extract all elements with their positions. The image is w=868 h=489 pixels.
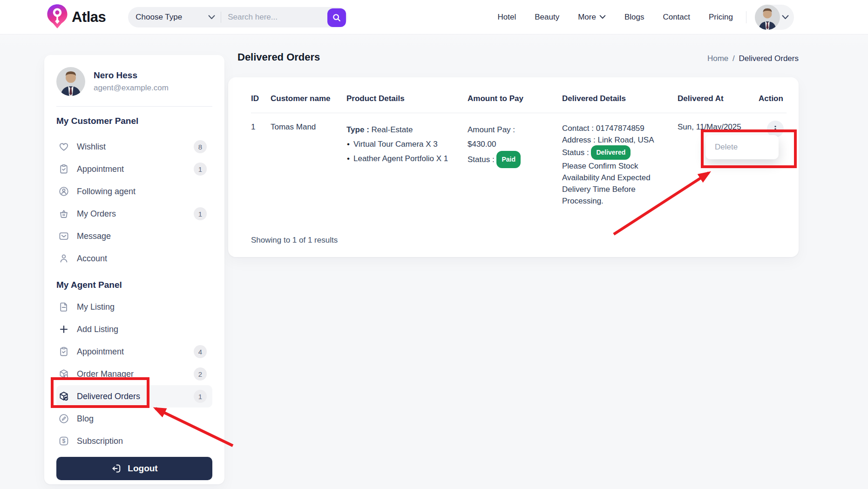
section-heading-agent-panel: My Agent Panel — [56, 280, 212, 290]
divider — [221, 12, 221, 23]
sidebar-item-order-manager[interactable]: Order Manager 2 — [56, 363, 212, 385]
logout-button[interactable]: Logout — [56, 457, 212, 480]
breadcrumb-current: Delivered Orders — [739, 54, 799, 63]
count-badge: 1 — [194, 207, 207, 220]
col-header-id: ID — [251, 94, 271, 103]
search-button[interactable] — [327, 8, 346, 27]
delete-menu-item[interactable]: Delete — [715, 143, 738, 152]
cell-delivered-details: Contact : 01747874859 Address : Link Roa… — [562, 122, 678, 207]
cell-id: 1 — [251, 122, 271, 207]
section-heading-customer-panel: My Customer Panel — [56, 116, 212, 126]
app-root: Atlas Choose Type Hotel Beauty More Blog… — [0, 0, 868, 489]
col-header-action: Action — [759, 94, 787, 103]
col-header-product: Product Details — [346, 94, 468, 103]
count-badge: 4 — [194, 345, 207, 358]
sidebar-item-following-agent[interactable]: Following agent — [56, 180, 212, 203]
user-menu[interactable] — [755, 5, 794, 30]
search-icon — [332, 13, 342, 23]
top-header: Atlas Choose Type Hotel Beauty More Blog… — [0, 0, 868, 34]
sidebar-item-my-listing[interactable]: My Listing — [56, 296, 212, 318]
delivery-note: Please Confirm Stock Availability And Ex… — [562, 160, 664, 207]
sidebar-item-wishlist[interactable]: Wishlist 8 — [56, 136, 212, 158]
avatar — [56, 67, 85, 96]
nav-more[interactable]: More — [578, 13, 606, 22]
status-badge-paid: Paid — [496, 151, 521, 168]
brand-name: Atlas — [72, 9, 106, 26]
dollar-icon: $ — [58, 435, 69, 447]
kebab-menu-icon — [771, 124, 780, 134]
sidebar-item-message[interactable]: Message — [56, 225, 212, 247]
clipboard-check-icon — [58, 163, 69, 175]
chevron-down-icon — [599, 15, 606, 19]
results-count: Showing to 1 of 1 results — [251, 236, 338, 245]
delivered-orders-table-card: ID Customer name Product Details Amount … — [228, 77, 799, 257]
clipboard-check-icon — [58, 346, 69, 357]
sidebar-item-subscription[interactable]: $ Subscription — [56, 430, 212, 452]
table-header-row: ID Customer name Product Details Amount … — [251, 94, 787, 103]
pencil-circle-icon — [58, 413, 69, 424]
svg-text:$: $ — [62, 438, 66, 444]
logout-icon — [111, 463, 122, 474]
basket-icon — [58, 208, 69, 219]
envelope-icon — [58, 231, 69, 242]
cell-amount: Amount Pay : $430.00 Status : Paid — [468, 122, 562, 207]
col-header-delivered-details: Delivered Details — [562, 94, 678, 103]
page-title: Delivered Orders — [237, 51, 320, 63]
atlas-logo-icon — [47, 4, 68, 31]
count-badge: 1 — [194, 163, 207, 176]
nav-beauty[interactable]: Beauty — [535, 13, 559, 22]
sidebar-item-appointment[interactable]: Appointment 1 — [56, 158, 212, 180]
user-icon — [58, 253, 69, 264]
document-icon — [58, 301, 69, 312]
breadcrumb-home-link[interactable]: Home — [707, 54, 728, 63]
nav-blogs[interactable]: Blogs — [624, 13, 644, 22]
sidebar-item-delivered-orders[interactable]: Delivered Orders 1 — [56, 385, 212, 408]
plus-icon — [58, 324, 69, 335]
col-header-delivered-at: Delivered At — [678, 94, 759, 103]
brand[interactable]: Atlas — [47, 4, 106, 31]
sidebar-item-add-listing[interactable]: Add Listing — [56, 318, 212, 340]
heart-icon — [58, 141, 69, 152]
sidebar-item-my-orders[interactable]: My Orders 1 — [56, 203, 212, 225]
user-name: Nero Hess — [94, 70, 169, 81]
breadcrumb: Home / Delivered Orders — [707, 54, 799, 63]
sidebar-item-appointment-agent[interactable]: Appointment 4 — [56, 340, 212, 363]
status-badge-delivered: Delivered — [591, 145, 631, 160]
user-circle-icon — [58, 186, 69, 197]
sidebar-profile: Nero Hess agent@example.com — [56, 67, 212, 96]
sidebar-item-blog[interactable]: Blog — [56, 408, 212, 430]
package-check-icon — [58, 391, 69, 402]
nav-pricing[interactable]: Pricing — [709, 13, 733, 22]
count-badge: 1 — [194, 390, 207, 403]
choose-type-dropdown[interactable]: Choose Type — [135, 13, 221, 22]
user-email: agent@example.com — [94, 83, 169, 93]
col-header-customer: Customer name — [271, 94, 346, 103]
chevron-down-icon — [208, 15, 215, 20]
main-nav: Hotel Beauty More Blogs Contact Pricing — [498, 13, 733, 22]
count-badge: 2 — [194, 367, 207, 380]
avatar — [755, 5, 780, 30]
row-action-menu: Delete — [705, 135, 779, 159]
chevron-down-icon — [782, 15, 789, 20]
cell-product-details: Type : Real-Estate Virtual Tour Camera X… — [346, 122, 468, 207]
divider — [746, 11, 746, 23]
nav-hotel[interactable]: Hotel — [498, 13, 516, 22]
table-row: 1 Tomas Mand Type : Real-Estate Virtual … — [251, 113, 787, 207]
search-bar: Choose Type — [128, 7, 347, 27]
sidebar-item-account[interactable]: Account — [56, 247, 212, 270]
nav-contact[interactable]: Contact — [663, 13, 690, 22]
cell-customer-name: Tomas Mand — [271, 122, 346, 207]
divider — [56, 106, 212, 107]
product-item: Virtual Tour Camera X 3 — [346, 137, 468, 151]
col-header-amount: Amount to Pay — [468, 94, 562, 103]
product-item: Leather Agent Portfolio X 1 — [346, 151, 468, 166]
count-badge: 8 — [194, 140, 207, 153]
sidebar: Nero Hess agent@example.com My Customer … — [44, 55, 224, 484]
package-search-icon — [58, 368, 69, 380]
